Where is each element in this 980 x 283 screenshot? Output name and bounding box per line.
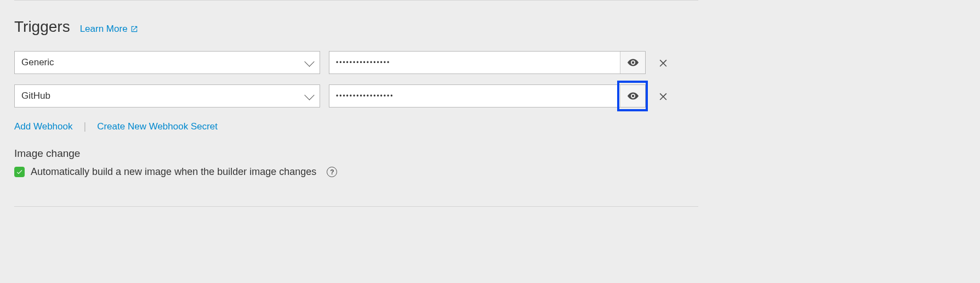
trigger-type-value: GitHub [21, 90, 50, 101]
learn-more-link[interactable]: Learn More [80, 24, 138, 35]
help-icon[interactable]: ? [327, 167, 337, 177]
close-icon [658, 57, 669, 68]
check-icon [16, 168, 23, 176]
section-title: Triggers [14, 18, 70, 36]
create-secret-link[interactable]: Create New Webhook Secret [97, 121, 218, 132]
trigger-type-select[interactable]: GitHub [14, 84, 320, 107]
top-divider [14, 0, 698, 1]
chevron-down-icon [304, 90, 314, 100]
external-link-icon [130, 25, 138, 33]
trigger-type-select[interactable]: Generic [14, 51, 320, 74]
secret-input[interactable] [329, 85, 620, 107]
chevron-down-icon [304, 56, 314, 66]
trigger-type-value: Generic [21, 57, 54, 68]
reveal-secret-button[interactable] [620, 85, 645, 107]
link-divider: | [83, 121, 86, 132]
bottom-divider [14, 206, 698, 207]
remove-trigger-button[interactable] [654, 87, 672, 105]
eye-icon [627, 90, 639, 102]
learn-more-label: Learn More [80, 24, 128, 35]
add-webhook-link[interactable]: Add Webhook [14, 121, 72, 132]
image-change-heading: Image change [14, 148, 698, 160]
secret-input[interactable] [329, 52, 620, 73]
auto-build-checkbox[interactable] [14, 167, 25, 177]
close-icon [658, 90, 669, 101]
secret-field [329, 84, 646, 107]
secret-field [329, 51, 646, 74]
trigger-row: Generic [14, 51, 698, 74]
trigger-row: GitHub [14, 84, 698, 107]
remove-trigger-button[interactable] [654, 54, 672, 71]
auto-build-label: Automatically build a new image when the… [31, 166, 316, 178]
reveal-secret-button[interactable] [620, 52, 645, 73]
eye-icon [627, 56, 639, 69]
